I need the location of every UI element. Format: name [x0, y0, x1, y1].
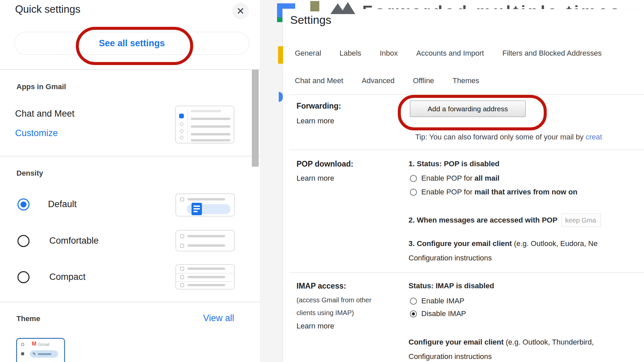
radio-comfortable[interactable] [17, 235, 30, 247]
radio-compact[interactable] [17, 271, 30, 283]
disable-imap-label[interactable]: Disable IMAP [421, 309, 466, 318]
pop-when-accessed-row: 2. When messages are accessed with POP k… [409, 214, 601, 227]
tip-prefix: Tip: You can also forward only some of y… [415, 133, 586, 141]
customize-link[interactable]: Customize [15, 128, 58, 138]
tab-filters-and-blocked-addresses[interactable]: Filters and Blocked Addresses [502, 49, 602, 58]
imap-sub-text-2: clients using IMAP) [297, 309, 354, 317]
option-text: Enable POP for [421, 188, 475, 196]
chat-and-meet-label: Chat and Meet [15, 109, 74, 119]
document-icon [192, 203, 202, 215]
density-compact-thumbnail [175, 264, 235, 290]
imap-status-text: Status: IMAP is disabled [409, 282, 494, 290]
settings-tabs-row-2: Chat and Meet Advanced Offline Themes [295, 76, 479, 85]
enable-imap-label[interactable]: Enable IMAP [421, 297, 464, 305]
see-all-settings-button[interactable]: See all settings [14, 32, 249, 55]
divider [0, 302, 260, 302]
thumb-line [191, 139, 230, 141]
cutoff-heading-text: Forwarded multiple times [362, 2, 631, 9]
thumb-line [187, 284, 225, 286]
imap-access-label: IMAP access: [297, 282, 346, 291]
thumb-gray-dot [180, 136, 183, 139]
radio-comfortable-label[interactable]: Comfortable [49, 236, 99, 246]
thumb-checkbox [180, 244, 184, 248]
density-default-thumbnail [175, 193, 235, 217]
radio-enable-imap[interactable] [410, 298, 417, 305]
thumb-compose-pill: ✎ [30, 350, 58, 358]
quick-settings-title: Quick settings [15, 3, 80, 15]
thumb-line [191, 118, 230, 120]
density-comfortable-thumbnail [175, 230, 235, 251]
tab-offline[interactable]: Offline [413, 76, 434, 85]
tab-general[interactable]: General [295, 49, 321, 58]
imap-configuration-instructions-link[interactable]: Configuration instructions [409, 352, 492, 361]
enable-pop-from-now-on-label: Enable POP for mail that arrives from no… [421, 188, 577, 196]
add-forwarding-address-label: Add a forwarding address [428, 105, 508, 113]
settings-page-title: Settings [290, 13, 331, 26]
imap-configure-text: Configure your email client (e.g. Outloo… [409, 338, 594, 347]
imap-learn-more-link[interactable]: Learn more [297, 322, 334, 330]
thumb-checkbox [180, 275, 184, 279]
radio-default-label[interactable]: Default [48, 199, 77, 209]
configure-rest: (e.g. Outlook, Thunderbird, [504, 338, 594, 346]
thumb-line [187, 235, 225, 237]
radio-default[interactable] [17, 198, 30, 210]
thumb-divider [177, 281, 233, 282]
thumb-line [187, 198, 225, 200]
radio-disable-imap[interactable] [410, 310, 417, 317]
divider [0, 156, 260, 157]
thumb-bar [38, 353, 51, 355]
thumb-line [191, 110, 221, 112]
thumb-line [187, 267, 225, 270]
pencil-icon: ✎ [33, 352, 36, 356]
thumb-divider [187, 109, 188, 141]
radio-enable-pop-all-mail[interactable] [410, 175, 417, 182]
thumb-blue-dot [179, 114, 184, 118]
keep-gmail-copy-dropdown[interactable]: keep Gma [561, 214, 601, 227]
enable-pop-all-mail-label: Enable POP for all mail [421, 174, 499, 183]
blue-bracket-vertical-fragment [277, 3, 282, 18]
thumb-checkbox [180, 267, 184, 271]
configure-rest: (e.g. Outlook, Eudora, Ne [512, 239, 598, 248]
pop-learn-more-link[interactable]: Learn more [297, 174, 334, 183]
divider [289, 94, 644, 95]
configure-bold: Configure your email client [409, 338, 504, 346]
tab-inbox[interactable]: Inbox [380, 49, 398, 58]
tab-advanced[interactable]: Advanced [362, 76, 394, 85]
settings-tabs-row-1: General Labels Inbox Accounts and Import… [295, 49, 602, 58]
tab-labels[interactable]: Labels [339, 49, 361, 58]
divider [289, 272, 644, 273]
thumb-gray-dot [180, 129, 183, 133]
pop-configuration-instructions-link[interactable]: Configuration instructions [409, 254, 492, 262]
quick-settings-panel: Quick settings ✕ See all settings Apps i… [0, 0, 260, 362]
screenshot-stage: Forwarded multiple times Quick settings … [0, 0, 644, 362]
radio-enable-pop-from-now-on[interactable] [410, 189, 417, 196]
option-text: Enable POP for [421, 174, 475, 182]
close-icon[interactable]: ✕ [232, 3, 249, 19]
density-header: Density [16, 169, 43, 178]
mountains-icon [330, 2, 358, 14]
tab-accounts-and-import[interactable]: Accounts and Import [416, 49, 484, 58]
thumb-line [187, 244, 225, 247]
theme-thumbnail[interactable]: M Gmail ✎ [16, 338, 65, 362]
scrollbar[interactable] [252, 70, 259, 167]
option-text-bold: all mail [475, 174, 500, 182]
thumb-gray-dot [180, 122, 183, 126]
thumb-square [21, 352, 24, 355]
thumb-menu-icon [21, 343, 24, 346]
tab-chat-and-meet[interactable]: Chat and Meet [295, 76, 343, 85]
see-all-settings-label: See all settings [99, 38, 165, 49]
pop-configure-text: 3. Configure your email client (e.g. Out… [409, 239, 598, 248]
gmail-logo-text: Gmail [38, 342, 49, 347]
add-forwarding-address-button[interactable]: Add a forwarding address [410, 101, 526, 117]
view-all-link[interactable]: View all [203, 313, 234, 323]
forwarding-tip-text: Tip: You can also forward only some of y… [415, 133, 602, 141]
chat-meet-thumbnail [175, 106, 234, 143]
yellow-bar-fragment [278, 46, 283, 64]
gmail-m-logo: M [32, 341, 36, 347]
tab-themes[interactable]: Themes [452, 76, 479, 85]
thumb-divider [177, 273, 233, 274]
forwarding-learn-more-link[interactable]: Learn more [297, 117, 334, 125]
radio-compact-label[interactable]: Compact [49, 272, 86, 282]
creating-filter-link[interactable]: creat [586, 133, 602, 141]
dropdown-value: keep Gma [565, 217, 596, 224]
